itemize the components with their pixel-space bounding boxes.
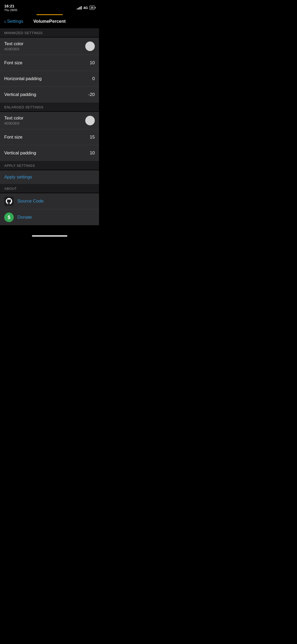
home-indicator-area <box>0 233 99 239</box>
signal-bar-1 <box>77 8 78 10</box>
minimized-text-color-label: Text color <box>4 41 23 47</box>
enlarged-text-color-label: Text color <box>4 116 23 121</box>
signal-bar-4 <box>81 6 82 10</box>
github-icon <box>4 196 14 206</box>
minimized-horizontal-padding-label: Horizontal padding <box>4 76 42 81</box>
minimized-font-size-row[interactable]: Font size 10 <box>0 55 99 71</box>
enlarged-text-color-value: #D3D3D3 <box>4 121 23 125</box>
apply-settings-header: APPLY SETTINGS <box>0 161 99 170</box>
enlarged-text-color-label-group: Text color #D3D3D3 <box>4 116 23 125</box>
about-group: Source Code $ Donate <box>0 193 99 225</box>
apply-settings-group: Apply settings <box>0 170 99 184</box>
section-gap-enlarged: ENLARGED SETTINGS <box>0 103 99 112</box>
minimized-vertical-padding-label: Vertical padding <box>4 92 36 97</box>
enlarged-vertical-padding-label: Vertical padding <box>4 150 36 156</box>
page-title: VolumePercent <box>33 19 66 24</box>
minimized-text-color-value: #D3D3D3 <box>4 47 23 51</box>
status-time: 16:21 <box>4 4 17 8</box>
minimized-text-color-label-group: Text color #D3D3D3 <box>4 41 23 51</box>
enlarged-settings-header: ENLARGED SETTINGS <box>0 103 99 111</box>
donate-icon: $ <box>4 213 14 222</box>
section-gap-apply: APPLY SETTINGS <box>0 161 99 170</box>
orange-indicator <box>36 14 63 15</box>
minimized-font-size-value: 10 <box>90 60 95 66</box>
signal-bar-2 <box>78 8 79 10</box>
enlarged-vertical-padding-row[interactable]: Vertical padding 10 <box>0 145 99 161</box>
github-svg-icon <box>6 198 12 204</box>
minimized-text-color-circle[interactable] <box>85 42 95 51</box>
dynamic-island-bar <box>0 13 99 16</box>
source-code-link[interactable]: Source Code <box>17 199 44 204</box>
dollar-sign-icon: $ <box>8 215 10 220</box>
status-bar: 16:21 Thu 28/05 4G 25 <box>0 0 99 13</box>
enlarged-settings-group: Text color #D3D3D3 Font size 15 Vertical… <box>0 112 99 161</box>
home-bar <box>32 235 67 237</box>
enlarged-font-size-value: 15 <box>90 135 95 140</box>
minimized-horizontal-padding-value: 0 <box>92 76 95 81</box>
status-right-icons: 4G 25 <box>77 6 95 10</box>
back-button[interactable]: ‹ Settings <box>4 19 23 24</box>
minimized-horizontal-padding-row[interactable]: Horizontal padding 0 <box>0 71 99 87</box>
enlarged-text-color-circle[interactable] <box>85 116 95 125</box>
bottom-spacer <box>0 225 99 233</box>
status-date: Thu 28/05 <box>4 8 17 12</box>
minimized-font-size-label: Font size <box>4 60 22 66</box>
minimized-vertical-padding-value: -20 <box>88 92 95 97</box>
donate-link[interactable]: Donate <box>17 215 32 220</box>
enlarged-text-color-row[interactable]: Text color #D3D3D3 <box>0 112 99 129</box>
signal-bars-icon <box>77 6 82 10</box>
donate-row[interactable]: $ Donate <box>0 209 99 225</box>
battery-indicator: 25 <box>89 6 95 10</box>
signal-bar-3 <box>79 7 80 10</box>
minimized-text-color-row[interactable]: Text color #D3D3D3 <box>0 38 99 55</box>
about-section-header: ABOUT <box>0 184 99 193</box>
source-code-row[interactable]: Source Code <box>0 193 99 209</box>
enlarged-vertical-padding-value: 10 <box>90 150 95 156</box>
enlarged-font-size-row[interactable]: Font size 15 <box>0 129 99 145</box>
apply-settings-button[interactable]: Apply settings <box>4 174 32 180</box>
status-time-group: 16:21 Thu 28/05 <box>4 4 17 12</box>
section-gap-about: ABOUT <box>0 184 99 193</box>
minimized-settings-group: Text color #D3D3D3 Font size 10 Horizont… <box>0 38 99 103</box>
navigation-bar: ‹ Settings VolumePercent <box>0 16 99 28</box>
apply-settings-row[interactable]: Apply settings <box>0 170 99 184</box>
minimized-settings-header: MINIMIZED SETTINGS <box>0 28 99 37</box>
section-gap-minimized: MINIMIZED SETTINGS <box>0 28 99 38</box>
enlarged-font-size-label: Font size <box>4 135 22 140</box>
network-type: 4G <box>83 6 88 10</box>
back-button-label: Settings <box>7 19 23 24</box>
back-arrow-icon: ‹ <box>4 19 6 24</box>
minimized-vertical-padding-row[interactable]: Vertical padding -20 <box>0 87 99 103</box>
